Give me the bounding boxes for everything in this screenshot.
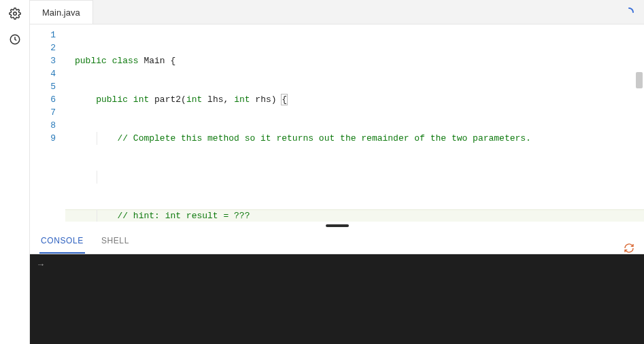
panel-tabbar: CONSOLE SHELL [30,230,644,254]
code-line: public int part2(int lhs, int rhs) { [65,93,644,106]
app-root: Main.java 1 2 3 4 5 6 7 8 9 publi [0,0,644,344]
restart-button[interactable] [624,243,634,254]
tabbar-spinner [624,0,644,24]
splitter-handle-icon [326,224,349,227]
code-line [65,171,644,184]
line-number: 7 [30,106,65,119]
tab-shell[interactable]: SHELL [100,230,131,254]
code-line: public class Main { [65,54,644,67]
svg-point-0 [13,12,16,16]
line-number: 9 [30,132,65,145]
tab-console[interactable]: CONSOLE [39,230,85,254]
tab-label: Main.java [42,7,80,18]
line-gutter: 1 2 3 4 5 6 7 8 9 [30,24,65,222]
history-icon[interactable] [7,31,23,48]
terminal-prompt: → [38,260,44,270]
code-line: // Complete this method so it returns ou… [65,132,644,145]
line-number: 2 [30,41,65,54]
code-line-current: // hint: int result = ??? [65,209,644,222]
tab-main-java[interactable]: Main.java [30,0,93,24]
line-number: 3 [30,54,65,67]
panel-tab-label: CONSOLE [41,236,84,245]
left-rail [0,0,30,344]
main-column: Main.java 1 2 3 4 5 6 7 8 9 publi [30,0,644,344]
line-number: 5 [30,80,65,93]
editor-tabbar: Main.java [30,0,644,24]
terminal-output[interactable]: → [30,254,644,344]
panel-tab-label: SHELL [101,236,129,245]
line-number: 4 [30,67,65,80]
editor-scrollbar[interactable] [636,72,643,88]
code-area[interactable]: public class Main { public int part2(int… [65,24,644,222]
line-number: 6 [30,93,65,106]
code-editor[interactable]: 1 2 3 4 5 6 7 8 9 public class Main { pu… [30,24,644,222]
panel-splitter[interactable] [30,222,644,230]
line-number: 8 [30,119,65,132]
line-number: 1 [30,29,65,41]
settings-icon[interactable] [7,5,23,22]
